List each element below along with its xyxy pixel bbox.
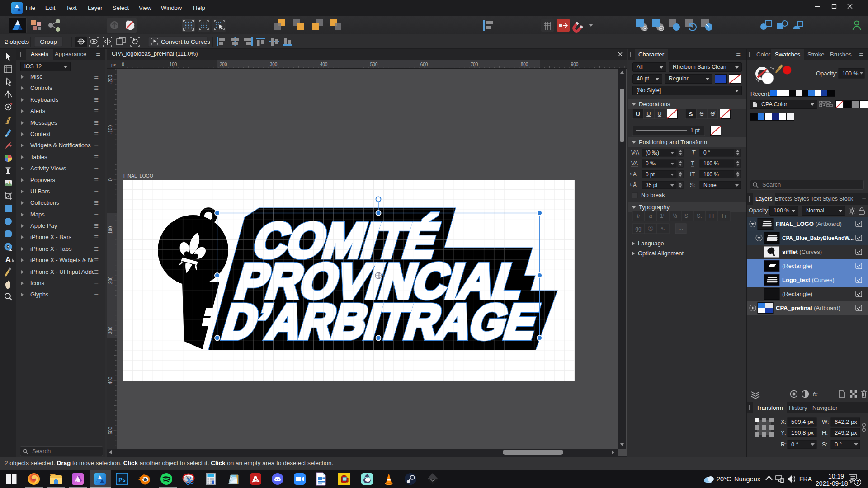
svg-text:10:19: 10:19 (828, 473, 844, 480)
svg-text:100 %: 100 % (703, 160, 719, 167)
svg-text:Tт: Tт (721, 213, 727, 219)
svg-text:...: ... (679, 225, 683, 231)
svg-text:Convert to Curves: Convert to Curves (161, 38, 210, 45)
svg-text:Â: Â (633, 182, 637, 188)
svg-text:S: S (700, 110, 704, 117)
svg-text:Ps: Ps (118, 477, 125, 483)
svg-text:VA: VA (631, 160, 638, 167)
svg-text:800: 800 (521, 62, 528, 67)
svg-text:0 °: 0 ° (703, 150, 710, 156)
svg-text:-100: -100 (108, 125, 113, 134)
svg-text:2 objects: 2 objects (5, 38, 29, 45)
svg-text:T: T (691, 160, 694, 167)
svg-text:500: 500 (370, 62, 378, 67)
svg-text:700: 700 (471, 62, 478, 67)
svg-text:0: 0 (122, 62, 124, 67)
svg-text:U̲: U̲ (657, 110, 661, 117)
svg-text:S: S (689, 111, 693, 117)
svg-text:R:: R: (781, 441, 787, 448)
svg-text:300: 300 (270, 62, 278, 67)
svg-text:X:: X: (781, 418, 786, 425)
svg-text:∿: ∿ (660, 225, 665, 232)
svg-text:px: px (111, 62, 116, 67)
svg-text:sifflet (Curves): sifflet (Curves) (782, 249, 822, 255)
svg-text:S:: S: (690, 182, 695, 188)
svg-text:190,8 px: 190,8 px (791, 429, 814, 436)
svg-text:Logo_text (Curves): Logo_text (Curves) (782, 277, 835, 283)
svg-text:Sʾ: Sʾ (684, 213, 690, 219)
svg-text:TT: TT (708, 213, 715, 219)
svg-text:a: a (649, 213, 652, 219)
svg-text:(Rectangle): (Rectangle) (782, 291, 812, 297)
svg-text:500: 500 (108, 427, 113, 434)
svg-text:CPA_prefinal (Artboard): CPA_prefinal (Artboard) (776, 305, 840, 311)
svg-text:gg: gg (635, 225, 641, 232)
svg-text:0 ‰: 0 ‰ (646, 160, 656, 167)
svg-text:t: t (630, 172, 632, 176)
svg-text:S:: S: (822, 441, 827, 448)
svg-text:None: None (703, 182, 717, 188)
svg-text:Ⓐ: Ⓐ (648, 225, 653, 232)
svg-text:U: U (646, 110, 651, 117)
svg-text:(Rectangle): (Rectangle) (782, 263, 812, 269)
svg-text:249,2 px: 249,2 px (835, 429, 857, 436)
svg-text:U: U (636, 111, 640, 117)
svg-text:642,2 px: 642,2 px (835, 418, 857, 425)
svg-text:S.: S. (697, 213, 702, 219)
svg-text:2021-09-18: 2021-09-18 (816, 480, 848, 487)
svg-text:A: A (5, 255, 11, 264)
svg-text:Group: Group (40, 38, 57, 45)
svg-text:300: 300 (108, 326, 113, 334)
svg-text:7: 7 (856, 479, 859, 485)
svg-text:1⁰: 1⁰ (660, 213, 665, 219)
svg-text:½: ½ (673, 213, 677, 219)
svg-text:200: 200 (220, 62, 227, 67)
svg-text:509,4 px: 509,4 px (791, 418, 814, 425)
svg-text:100 %: 100 % (703, 171, 719, 178)
svg-text:0 °: 0 ° (791, 441, 798, 448)
svg-text:H:: H: (822, 429, 828, 436)
svg-text:0 °: 0 ° (835, 441, 842, 448)
svg-text:1 pt: 1 pt (690, 127, 700, 134)
svg-text:FRA: FRA (799, 475, 812, 483)
svg-text:(0 ‰): (0 ‰) (646, 150, 659, 156)
svg-text:Y:: Y: (781, 429, 786, 436)
svg-text:A: A (633, 171, 637, 178)
svg-text:FINAL_LOGO (Artboard): FINAL_LOGO (Artboard) (776, 221, 842, 227)
svg-text:fi: fi (637, 213, 640, 219)
svg-text:100 %: 100 % (842, 70, 858, 77)
svg-text:20°C: 20°C (717, 475, 731, 483)
svg-text:V⁄A: V⁄A (631, 149, 639, 156)
svg-text:0 pt: 0 pt (646, 171, 655, 178)
svg-text:400: 400 (320, 62, 328, 67)
svg-text:W:: W: (822, 418, 829, 425)
svg-text:Opacity:: Opacity: (816, 70, 838, 77)
svg-text:T: T (692, 149, 696, 156)
svg-text:Nuageux: Nuageux (734, 475, 761, 483)
svg-text:400: 400 (108, 376, 113, 384)
svg-text:100: 100 (108, 226, 113, 234)
svg-text:35 pt: 35 pt (646, 182, 658, 188)
svg-text:fx: fx (813, 391, 818, 398)
svg-text:CPA_Blue_BabyBlueAndW...: CPA_Blue_BabyBlueAndW... (782, 235, 854, 241)
svg-text:FINAL_LOGO: FINAL_LOGO (123, 173, 153, 178)
svg-text:-200: -200 (108, 75, 113, 84)
svg-text:900: 900 (571, 62, 579, 67)
svg-text:100: 100 (170, 62, 177, 67)
svg-text:600: 600 (420, 62, 428, 67)
svg-text:t: t (630, 183, 632, 187)
svg-text:IT: IT (690, 171, 695, 178)
svg-text:0: 0 (108, 178, 113, 181)
svg-text:200: 200 (108, 276, 113, 284)
